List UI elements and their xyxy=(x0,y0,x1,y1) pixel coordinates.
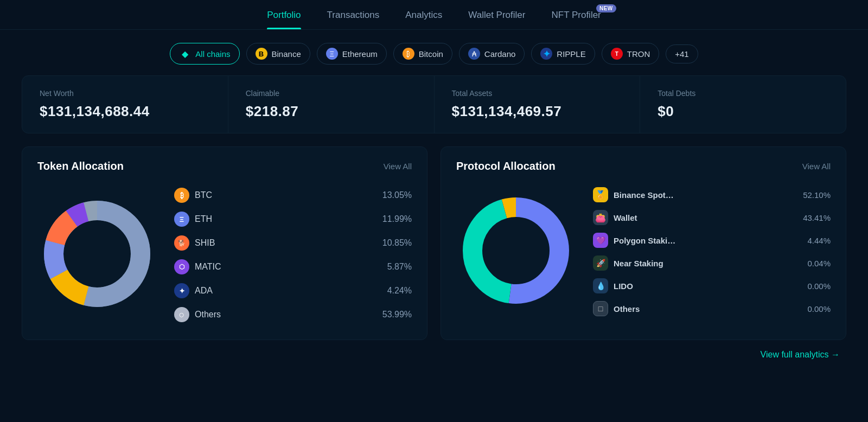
lido-pct: 0.00% xyxy=(807,282,831,291)
ada-name: ADA xyxy=(195,286,213,296)
token-alloc-body: ₿ BTC 13.05% Ξ ETH 11.99% 🐕 SHIB xyxy=(37,183,412,327)
protocol-row-lido: 💧 LIDO 0.00% xyxy=(593,274,831,297)
token-allocation-card: Token Allocation View All xyxy=(22,146,427,340)
token-row-ada: ✦ ADA 4.24% xyxy=(174,279,412,303)
protocol-donut-chart xyxy=(456,191,576,310)
matic-pct: 5.87% xyxy=(387,262,412,272)
shib-icon: 🐕 xyxy=(174,235,189,251)
stat-total-assets: Total Assets $131,134,469.57 xyxy=(435,76,641,133)
total-debts-value: $0 xyxy=(658,103,828,120)
claimable-value: $218.87 xyxy=(246,103,417,120)
binance-spot-icon: 🏅 xyxy=(593,187,608,202)
ethereum-icon: Ξ xyxy=(326,48,338,60)
btc-icon: ₿ xyxy=(174,188,189,203)
chain-pill-binance[interactable]: B Binance xyxy=(246,43,310,65)
protocol-list: 🏅 Binance Spot… 52.10% 👛 Wallet 43.41% 💜 xyxy=(593,183,831,320)
eth-name: ETH xyxy=(195,214,212,224)
claimable-label: Claimable xyxy=(246,89,417,98)
wallet-icon: 👛 xyxy=(593,210,608,225)
nav-nft-profiler[interactable]: NFT Profiler NEW xyxy=(551,10,601,29)
chain-pill-tron[interactable]: T TRON xyxy=(602,43,660,65)
btc-pct: 13.05% xyxy=(382,190,412,200)
token-row-matic: ⬡ MATIC 5.87% xyxy=(174,255,412,279)
protocol-alloc-body: 🏅 Binance Spot… 52.10% 👛 Wallet 43.41% 💜 xyxy=(456,183,831,320)
chain-pill-ripple[interactable]: ✦ RIPPLE xyxy=(531,43,595,65)
wallet-name: Wallet xyxy=(614,213,637,222)
chain-pill-ethereum[interactable]: Ξ Ethereum xyxy=(317,43,387,65)
main-nav: Portfolio Transactions Analytics Wallet … xyxy=(0,0,868,30)
allchains-icon: ◆ xyxy=(179,48,191,60)
protocol-alloc-header: Protocol Allocation View All xyxy=(456,160,831,172)
wallet-pct: 43.41% xyxy=(803,213,831,222)
btc-name: BTC xyxy=(195,190,212,200)
lido-icon: 💧 xyxy=(593,278,608,293)
view-full-analytics-link[interactable]: View full analytics → xyxy=(761,350,840,360)
svg-point-11 xyxy=(483,218,548,283)
others-token-icon: ○ xyxy=(174,307,189,322)
shib-name: SHIB xyxy=(195,238,215,248)
lido-name: LIDO xyxy=(614,282,633,291)
binance-spot-pct: 52.10% xyxy=(803,190,831,200)
chain-pill-cardano[interactable]: ₳ Cardano xyxy=(459,43,525,65)
nav-wallet-profiler[interactable]: Wallet Profiler xyxy=(468,10,525,29)
bitcoin-icon: ₿ xyxy=(403,48,414,60)
protocol-row-others: □ Others 0.00% xyxy=(593,297,831,320)
polygon-name: Polygon Staki… xyxy=(614,236,675,245)
nav-analytics[interactable]: Analytics xyxy=(405,10,442,29)
binance-spot-name: Binance Spot… xyxy=(614,190,674,200)
ada-pct: 4.24% xyxy=(387,286,412,296)
polygon-pct: 4.44% xyxy=(807,236,831,245)
cardano-icon: ₳ xyxy=(468,48,480,60)
chain-pill-allchains[interactable]: ◆ All chains xyxy=(170,43,239,65)
near-name: Near Staking xyxy=(614,259,663,268)
others-token-name: Others xyxy=(195,310,221,319)
token-list: ₿ BTC 13.05% Ξ ETH 11.99% 🐕 SHIB xyxy=(174,183,412,327)
total-debts-label: Total Debts xyxy=(658,89,828,98)
shib-pct: 10.85% xyxy=(382,238,412,248)
matic-icon: ⬡ xyxy=(174,259,189,274)
nav-transactions[interactable]: Transactions xyxy=(327,10,380,29)
eth-pct: 11.99% xyxy=(382,214,412,224)
stat-total-debts: Total Debts $0 xyxy=(640,76,846,133)
chains-filter-bar: ◆ All chains B Binance Ξ Ethereum ₿ Bitc… xyxy=(0,30,868,75)
new-badge: NEW xyxy=(596,4,616,12)
token-row-btc: ₿ BTC 13.05% xyxy=(174,183,412,207)
stat-net-worth: Net Worth $131,134,688.44 xyxy=(22,76,228,133)
token-donut-chart xyxy=(37,194,157,314)
ripple-icon: ✦ xyxy=(540,48,552,60)
others-protocol-name: Others xyxy=(614,304,640,314)
eth-icon: Ξ xyxy=(174,212,189,227)
net-worth-label: Net Worth xyxy=(40,89,210,98)
others-protocol-pct: 0.00% xyxy=(807,304,831,314)
stats-row: Net Worth $131,134,688.44 Claimable $218… xyxy=(22,75,846,133)
polygon-icon: 💜 xyxy=(593,233,608,248)
token-alloc-title: Token Allocation xyxy=(37,160,124,172)
allocation-row: Token Allocation View All xyxy=(22,146,846,340)
nav-portfolio[interactable]: Portfolio xyxy=(267,10,301,29)
chain-pill-bitcoin[interactable]: ₿ Bitcoin xyxy=(393,43,452,65)
protocol-row-polygon: 💜 Polygon Staki… 4.44% xyxy=(593,229,831,252)
near-pct: 0.04% xyxy=(807,259,831,268)
total-assets-value: $131,134,469.57 xyxy=(452,103,623,120)
net-worth-value: $131,134,688.44 xyxy=(40,103,210,120)
token-row-others: ○ Others 53.99% xyxy=(174,303,412,327)
protocol-row-wallet: 👛 Wallet 43.41% xyxy=(593,206,831,229)
chain-pill-more[interactable]: +41 xyxy=(666,44,698,63)
token-row-shib: 🐕 SHIB 10.85% xyxy=(174,231,412,255)
token-view-all[interactable]: View All xyxy=(384,162,412,171)
total-assets-label: Total Assets xyxy=(452,89,623,98)
near-icon: 🚀 xyxy=(593,255,608,271)
protocol-row-binance: 🏅 Binance Spot… 52.10% xyxy=(593,183,831,206)
others-token-pct: 53.99% xyxy=(382,310,412,319)
view-full-analytics-section: View full analytics → xyxy=(0,340,868,369)
matic-name: MATIC xyxy=(195,262,221,272)
token-donut-container xyxy=(37,194,157,316)
protocol-allocation-card: Protocol Allocation View All xyxy=(441,146,846,340)
protocol-alloc-title: Protocol Allocation xyxy=(456,160,556,172)
protocol-donut-container xyxy=(456,191,576,312)
others-protocol-icon: □ xyxy=(593,301,608,316)
stat-claimable: Claimable $218.87 xyxy=(228,76,435,133)
svg-point-7 xyxy=(65,221,130,286)
token-alloc-header: Token Allocation View All xyxy=(37,160,412,172)
protocol-view-all[interactable]: View All xyxy=(802,162,831,171)
